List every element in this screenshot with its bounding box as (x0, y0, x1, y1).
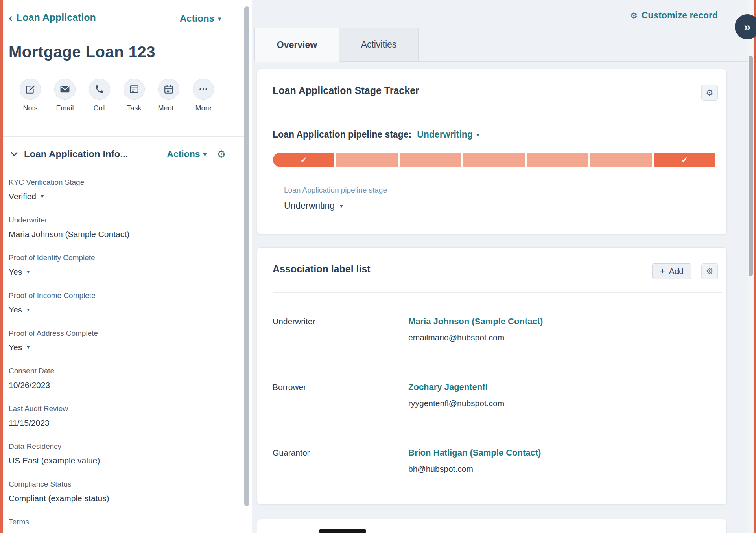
property-value[interactable]: 11/15/2023 (9, 418, 219, 428)
window-edge-right (754, 0, 756, 533)
pipeline-stage-segment[interactable]: ✓ (527, 153, 588, 167)
collapse-panel-button[interactable]: » (735, 14, 756, 39)
property-label: Last Audit Review (9, 404, 219, 413)
meeting-button-label: Meot... (158, 104, 179, 112)
property-value-text: Yes (9, 267, 22, 277)
property-value-text: 10/26/2023 (9, 380, 50, 390)
customize-record-label: Customize record (642, 10, 718, 21)
right-scrollbar-thumb[interactable] (749, 56, 753, 276)
quick-actions-row: Nots Email Coll Task Meot... (19, 79, 215, 112)
add-association-button[interactable]: + Add (652, 263, 691, 279)
tab-activities[interactable]: Activities (339, 28, 419, 61)
chevron-left-icon: ‹ (9, 13, 13, 22)
pipeline-stage-segment[interactable]: ✓ (463, 153, 525, 167)
task-button[interactable]: Task (123, 79, 146, 112)
pipeline-stage-dropdown[interactable]: Underwriting ▾ (417, 129, 479, 140)
association-settings-button[interactable]: ⚙ (701, 263, 718, 279)
property-value[interactable]: Compliant (example status) (9, 493, 219, 503)
stage-tracker-settings-button[interactable]: ⚙ (701, 85, 718, 101)
email-button[interactable]: Email (53, 79, 76, 112)
pipeline-stage-segment[interactable]: ✓ (336, 153, 398, 167)
property-item: Terms (9, 517, 219, 533)
property-value-text: 11/15/2023 (9, 418, 50, 428)
contact-link[interactable]: Brion Hatligan (Sample Contact) (408, 448, 722, 458)
property-item: Proof of Income Complete Yes ▾ (9, 291, 219, 314)
back-link[interactable]: ‹ Loan Application (9, 12, 96, 23)
property-value[interactable] (9, 531, 219, 533)
property-label: KYC Verification Stage (9, 178, 219, 187)
association-row: Guarantor Brion Hatligan (Sample Contact… (273, 424, 722, 489)
property-label: Terms (9, 517, 219, 526)
divider (3, 136, 244, 137)
meeting-icon (158, 79, 179, 100)
property-label: Underwriter (9, 215, 219, 224)
property-value-text: Maria Johnson (Sample Contact) (9, 229, 129, 239)
property-value[interactable]: Yes ▾ (9, 267, 219, 277)
pipeline-stage-inline-label: Loan Application pipeline stage: (273, 129, 411, 140)
association-card-title: Association label list (273, 263, 371, 275)
left-panel-scrollbar[interactable] (244, 6, 249, 506)
property-label: Proof of Address Complete (9, 329, 219, 338)
contact-link[interactable]: Zochary Jagentenfl (408, 382, 722, 392)
chevron-down-icon: ▾ (476, 131, 479, 138)
property-value-text: US East (example value) (9, 456, 100, 465)
contact-link[interactable]: Maria Johnson (Sample Contact) (408, 316, 722, 327)
contact-email: ryygentenfl@nubspot.com (408, 399, 722, 408)
pipeline-stage-segment[interactable]: ✓ (400, 153, 461, 167)
main-content: ⚙ Customize record » Overview Activities… (252, 0, 756, 533)
more-icon (193, 79, 214, 100)
record-actions-dropdown[interactable]: Actions ▾ (180, 13, 221, 24)
customize-record-link[interactable]: ⚙ Customize record (630, 10, 718, 21)
sidebar-settings-gear-icon[interactable]: ⚙ (217, 149, 226, 159)
meeting-button[interactable]: Meot... (157, 79, 180, 112)
property-label: Proof of Identity Complete (9, 253, 219, 262)
property-value[interactable]: US East (example value) (9, 456, 219, 465)
pipeline-stage-segment[interactable]: ✓ (654, 153, 715, 167)
task-icon (124, 79, 145, 100)
pipeline-stage-bar: ✓ ✓ ✓ ✓ ✓ ✓ (273, 153, 715, 167)
property-item: Last Audit Review 11/15/2023 (9, 404, 219, 428)
pipeline-stage-row: Loan Application pipeline stage: Underwr… (273, 129, 479, 140)
gear-icon: ⚙ (706, 266, 714, 276)
email-button-label: Email (56, 104, 74, 112)
collapse-chevron-icon[interactable] (11, 152, 18, 156)
association-rows: Underwriter Maria Johnson (Sample Contac… (273, 292, 722, 489)
property-value[interactable]: Yes ▾ (9, 342, 219, 352)
property-item: Compliance Status Compliant (example sta… (9, 480, 219, 503)
pipeline-stage-segment[interactable]: ✓ (273, 153, 334, 167)
stage-tracker-card: Loan Application Stage Tracker ⚙ Loan Ap… (257, 69, 727, 235)
back-link-label: Loan Application (17, 12, 96, 23)
check-icon: ✓ (300, 155, 307, 165)
property-value[interactable]: 10/26/2023 (9, 380, 219, 390)
property-value[interactable]: Yes ▾ (9, 305, 219, 314)
association-card: Association label list + Add ⚙ Underwrit… (257, 247, 727, 505)
sidebar-actions-label: Actions (167, 149, 200, 160)
tab-overview[interactable]: Overview (254, 28, 339, 62)
association-role-label: Borrower (273, 382, 408, 408)
association-role-label: Underwriter (273, 316, 408, 342)
property-label: Compliance Status (9, 480, 219, 489)
property-value[interactable]: Verified ▾ (9, 191, 219, 201)
note-button[interactable]: Nots (19, 79, 42, 112)
more-button[interactable]: More (192, 79, 215, 112)
window-edge-left (0, 0, 3, 533)
property-value-text: Yes (9, 305, 22, 314)
call-icon (89, 79, 110, 100)
note-button-label: Nots (23, 104, 37, 112)
chevron-down-icon: ▾ (41, 191, 44, 201)
check-icon: ✓ (681, 155, 688, 165)
property-value[interactable]: Maria Johnson (Sample Contact) (9, 229, 219, 239)
gear-icon: ⚙ (630, 11, 638, 20)
double-chevron-right-icon: » (744, 20, 751, 34)
sidebar-actions-dropdown[interactable]: Actions ▾ (167, 149, 206, 160)
property-value-text: Compliant (example status) (9, 493, 109, 503)
pipeline-field-value[interactable]: Underwriting ▾ (284, 200, 343, 211)
email-icon (54, 79, 76, 100)
pipeline-stage-segment[interactable]: ✓ (590, 153, 652, 167)
more-button-label: More (195, 104, 211, 112)
association-contact-cell: Zochary Jagentenfl ryygentenfl@nubspot.c… (408, 382, 722, 408)
call-button[interactable]: Coll (88, 79, 111, 112)
tab-bar: Overview Activities (254, 28, 419, 62)
association-row: Borrower Zochary Jagentenfl ryygentenfl@… (273, 358, 722, 424)
property-value-text: Verified (9, 191, 36, 201)
